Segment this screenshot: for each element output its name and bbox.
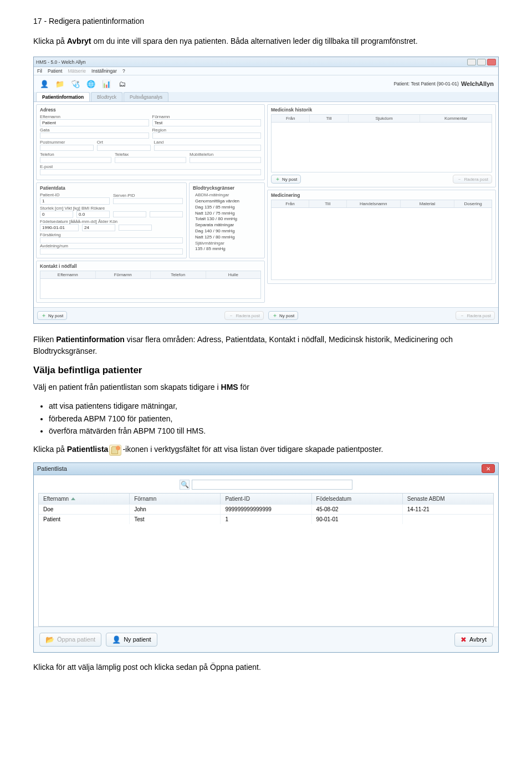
window-footer: ＋Ny post －Radera post ＋Ny post －Radera p…	[34, 307, 498, 323]
medhist-th-till[interactable]: Till	[310, 115, 348, 122]
th-fodelsedatum[interactable]: Födelsedatum	[312, 494, 403, 504]
menu-file[interactable]: Fil	[37, 68, 42, 74]
forsakring-label: Försäkring	[40, 232, 183, 237]
maximize-button[interactable]	[477, 59, 486, 65]
open-patient-button[interactable]: 📂Öppna patient	[39, 633, 101, 647]
med-th-dosering[interactable]: Dosering	[454, 200, 492, 207]
foot-left-delete-button[interactable]: －Radera post	[224, 311, 264, 320]
patientdata-title: Patientdata	[40, 185, 183, 191]
final-paragraph: Klicka för att välja lämplig post och kl…	[33, 663, 499, 672]
bp-dag: Dag 135 / 85 mmHg	[195, 205, 261, 211]
mobil-value[interactable]	[190, 157, 261, 163]
th-fornamn[interactable]: Förnamn	[130, 494, 221, 504]
rokare-value[interactable]	[150, 211, 183, 217]
med-th-handel[interactable]: Handelsnamn	[347, 200, 401, 207]
gata-value[interactable]	[40, 133, 149, 139]
med-th-fran[interactable]: Från	[272, 200, 309, 207]
tab-pulsvagsanalys[interactable]: Pulsvågsanalys	[124, 92, 168, 101]
minimize-button[interactable]	[467, 59, 476, 65]
th-efternamn-label: Efternamn	[43, 496, 69, 502]
medhist-title: Medicinsk historik	[271, 107, 492, 113]
right-column: Medicinsk historik Från Till Sjukdom Kom…	[267, 104, 496, 305]
medhist-head: Från Till Sjukdom Kommentar	[271, 114, 492, 123]
th-patientid[interactable]: Patient-ID	[221, 494, 311, 504]
section-heading: Välja befintliga patienter	[33, 365, 499, 376]
avdelning-label: Avdelning/rum	[40, 243, 183, 248]
fornamn-value[interactable]: Test	[152, 119, 262, 126]
mid-paragraph: Fliken Patientinformation visar flera om…	[33, 334, 499, 357]
server-value[interactable]	[113, 198, 183, 204]
table-row[interactable]: Patient Test 1 90-01-01	[39, 514, 493, 524]
menu-help[interactable]: ?	[122, 68, 125, 74]
tel2-value[interactable]	[115, 157, 186, 163]
th-efternamn[interactable]: Efternamn	[39, 494, 130, 504]
kon-value[interactable]	[119, 225, 152, 231]
bmi-value[interactable]	[113, 211, 146, 217]
epost-value[interactable]	[40, 169, 261, 175]
toolbar-icon-3[interactable]: 🩺	[69, 78, 81, 90]
medicinering-body	[271, 208, 492, 280]
cancel-button[interactable]: ✖Avbryt	[454, 633, 493, 647]
medhist-panel: Medicinsk historik Från Till Sjukdom Kom…	[267, 104, 496, 187]
sort-asc-icon	[71, 497, 75, 500]
window-controls	[467, 59, 496, 65]
land-value[interactable]	[154, 145, 262, 151]
tab-blodtryck[interactable]: Blodtryck	[91, 92, 122, 101]
patient-list-close-button[interactable]: ✕	[482, 464, 495, 473]
efternamn-label: Efternamn	[40, 114, 149, 119]
vikt-value[interactable]: 0.0	[76, 211, 110, 218]
med-th-till[interactable]: Till	[309, 200, 347, 207]
search-input[interactable]	[192, 480, 352, 490]
efternamn-value[interactable]: Patient	[40, 119, 149, 126]
postnr-value[interactable]	[40, 145, 94, 151]
tab-patientinformation[interactable]: Patientinformation	[36, 92, 90, 101]
kontakt-th-fornamn[interactable]: Förnamn	[96, 271, 151, 278]
menu-settings[interactable]: Inställningar	[91, 68, 117, 74]
table-row[interactable]: Doe John 999999999999999 45-08-02 14-11-…	[39, 504, 493, 514]
close-button[interactable]	[487, 59, 496, 65]
foot-right-delete-button[interactable]: －Radera post	[456, 311, 495, 320]
toolbar-icon-2[interactable]: 📁	[54, 78, 66, 90]
final-suffix: .	[259, 663, 261, 672]
tel2-label: Telefax	[115, 152, 186, 157]
medhist-delete-button[interactable]: －Radera post	[453, 175, 492, 184]
bp-self-val: 135 / 85 mmHg	[195, 246, 261, 252]
storlek-value[interactable]: 0	[40, 211, 73, 218]
medhist-new-button[interactable]: ＋Ny post	[271, 175, 301, 184]
med-th-material[interactable]: Material	[401, 200, 454, 207]
pid-value[interactable]: 1	[40, 197, 110, 205]
th-senaste[interactable]: Senaste ABDM	[403, 494, 493, 504]
ort-value[interactable]	[97, 145, 151, 151]
fdatum-value[interactable]: 1990-01-01	[40, 224, 79, 231]
foot-right-new-button[interactable]: ＋Ny post	[268, 311, 298, 320]
td-fdatum: 90-01-01	[312, 515, 403, 524]
search-icon[interactable]: 🔍	[180, 480, 190, 490]
new-patient-button[interactable]: 👤Ny patient	[106, 633, 157, 647]
mid-bold: Patientinformation	[56, 335, 125, 344]
toolbar-icon-1[interactable]: 👤	[38, 78, 50, 90]
toolbar-icon-4[interactable]: 🌐	[85, 78, 97, 90]
patient-list-thead: Efternamn Förnamn Patient-ID Födelsedatu…	[39, 494, 493, 504]
alder-value[interactable]: 24	[82, 224, 115, 231]
left-column: Adress Efternamn Patient Förnamn Test Ga…	[36, 104, 265, 305]
intro-bold: Avbryt	[67, 37, 91, 45]
medhist-th-sjukdom[interactable]: Sjukdom	[349, 115, 421, 122]
medhist-th-fran[interactable]: Från	[272, 115, 310, 122]
kontakt-th-efternamn[interactable]: Efternamn	[40, 271, 96, 278]
tel1-value[interactable]	[40, 157, 111, 163]
menu-patient[interactable]: Patient	[48, 68, 62, 74]
avdelning-value[interactable]	[40, 248, 183, 255]
land-label: Land	[154, 140, 262, 145]
toolbar-icon-6[interactable]: 🗂	[116, 78, 128, 90]
td-fornamn: Test	[130, 515, 221, 524]
click-bold: Patientlista	[67, 445, 109, 454]
kontakt-th-telefon[interactable]: Telefon	[151, 271, 206, 278]
ort-label: Ort	[97, 140, 151, 145]
toolbar-icon-5[interactable]: 📊	[100, 78, 112, 90]
medhist-th-kommentar[interactable]: Kommentar	[420, 115, 492, 122]
foot-left-new-button[interactable]: ＋Ny post	[37, 311, 67, 320]
region-value[interactable]	[152, 133, 262, 139]
kontakt-th-hulle[interactable]: Hulle	[206, 271, 261, 278]
menu-matserie: Mätserie	[68, 68, 86, 74]
forsakring-value[interactable]	[40, 237, 183, 243]
